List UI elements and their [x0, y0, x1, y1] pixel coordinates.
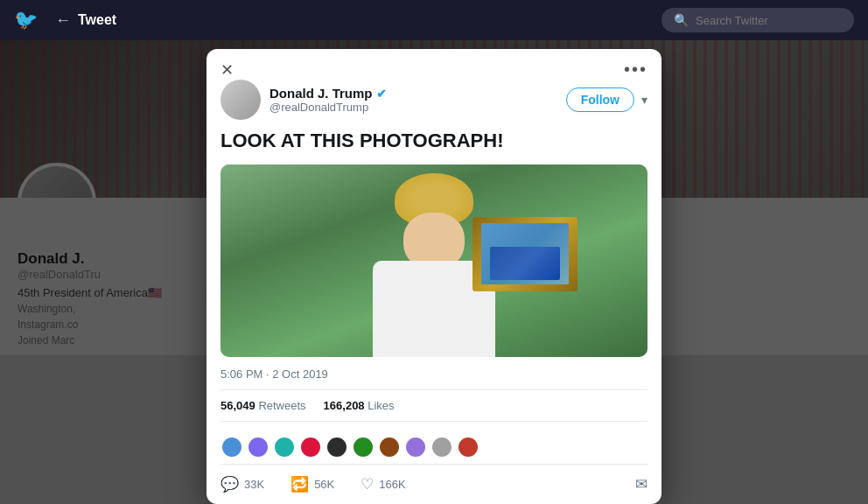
reply-icon: 💬 — [220, 475, 239, 494]
tweet-text: LOOK AT THIS PHOTOGRAPH! — [220, 129, 648, 154]
retweets-label: Retweets — [258, 399, 305, 412]
retweet-count: 56K — [314, 478, 334, 491]
liker-avatar[interactable] — [457, 436, 480, 458]
liker-avatar[interactable] — [430, 436, 453, 458]
like-button[interactable]: ♡ 166K — [360, 475, 405, 494]
held-photo-frame — [472, 217, 578, 291]
nav-title: Tweet — [78, 12, 116, 28]
mail-icon: ✉ — [635, 475, 648, 494]
tweet-author-handle[interactable]: @realDonaldTrump — [270, 101, 387, 114]
heart-icon: ♡ — [360, 475, 374, 494]
search-bar[interactable]: 🔍 — [662, 8, 854, 32]
search-input[interactable] — [696, 14, 836, 27]
likes-label: Likes — [368, 399, 394, 412]
tweet-stats: 56,049 Retweets 166,208 Likes — [220, 389, 648, 422]
more-options-button[interactable]: ••• — [624, 60, 648, 80]
likers-row — [220, 430, 648, 465]
reply-button[interactable]: 💬 33K — [220, 475, 264, 494]
liker-avatar[interactable] — [378, 436, 401, 458]
held-photo-image — [481, 223, 569, 284]
liker-avatar[interactable] — [247, 436, 270, 458]
tweet-author-avatar[interactable] — [220, 80, 261, 120]
back-arrow-icon[interactable]: ← — [55, 11, 71, 30]
tweet-author-name[interactable]: Donald J. Trump ✔ — [270, 86, 387, 101]
liker-avatar[interactable] — [326, 436, 348, 458]
retweets-count: 56,049 — [220, 399, 256, 412]
modal-overlay: ✕ ••• Donald J. Trump ✔ @realDonaldTrump — [0, 40, 868, 504]
tweet-author-row: Donald J. Trump ✔ @realDonaldTrump Follo… — [220, 80, 648, 120]
tweet-author-left: Donald J. Trump ✔ @realDonaldTrump — [220, 80, 387, 120]
modal-top-bar: ✕ ••• — [206, 49, 662, 80]
tweet-content: Donald J. Trump ✔ @realDonaldTrump Follo… — [206, 80, 662, 504]
tweet-timestamp: 5:06 PM · 2 Oct 2019 — [220, 368, 648, 381]
follow-button[interactable]: Follow — [566, 88, 634, 112]
tweet-actions: 💬 33K 🔁 56K ♡ 166K ✉ — [220, 472, 648, 497]
close-button[interactable]: ✕ — [220, 62, 234, 78]
dm-button[interactable]: ✉ — [635, 475, 648, 494]
likes-count: 166,208 — [324, 399, 365, 412]
verified-badge-icon: ✔ — [376, 87, 387, 101]
retweet-button[interactable]: 🔁 56K — [290, 475, 334, 494]
nav-bar: 🐦 ← Tweet 🔍 — [0, 0, 868, 40]
retweet-icon: 🔁 — [290, 475, 309, 494]
tweet-modal: ✕ ••• Donald J. Trump ✔ @realDonaldTrump — [206, 49, 662, 504]
caret-dropdown-button[interactable]: ▾ — [641, 93, 648, 107]
like-count: 166K — [379, 478, 405, 491]
retweets-stat[interactable]: 56,049 Retweets — [220, 399, 306, 412]
tweet-author-info: Donald J. Trump ✔ @realDonaldTrump — [270, 86, 387, 114]
search-icon: 🔍 — [674, 13, 689, 27]
likes-stat[interactable]: 166,208 Likes — [324, 399, 395, 412]
twitter-logo-icon: 🐦 — [14, 9, 38, 32]
tweet-author-right: Follow ▾ — [566, 88, 648, 112]
liker-avatar[interactable] — [299, 436, 322, 458]
tweet-image — [220, 164, 648, 357]
tweet-image-inner — [220, 164, 648, 357]
liker-avatar[interactable] — [273, 436, 296, 458]
author-name-text: Donald J. Trump — [270, 86, 373, 101]
nav-back-section: ← Tweet — [55, 11, 662, 30]
liker-avatar[interactable] — [220, 436, 243, 458]
liker-avatar[interactable] — [404, 436, 427, 458]
reply-count: 33K — [244, 478, 264, 491]
liker-avatar[interactable] — [352, 436, 374, 458]
